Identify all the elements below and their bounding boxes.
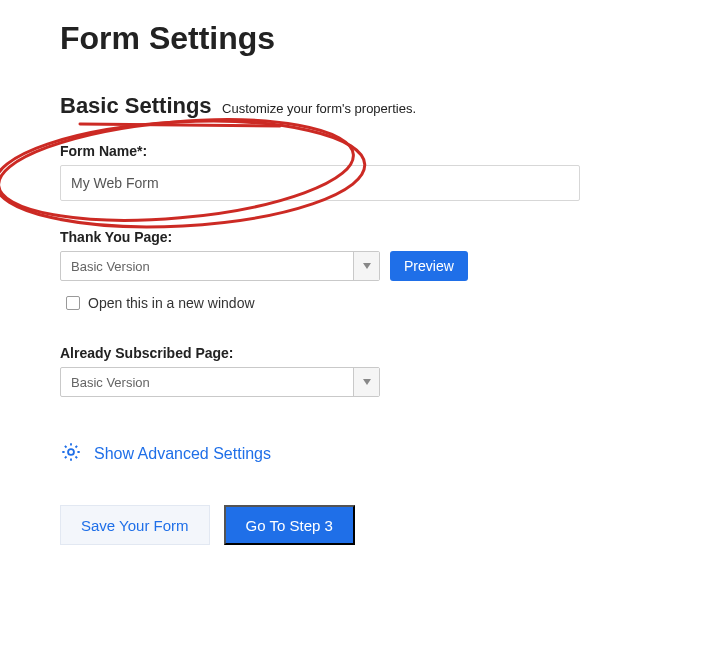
form-name-label: Form Name*: [60, 143, 657, 159]
basic-settings-header: Basic Settings Customize your form's pro… [60, 93, 657, 119]
action-row: Save Your Form Go To Step 3 [60, 505, 657, 545]
already-subscribed-select[interactable]: Basic Version [60, 367, 380, 397]
already-subscribed-field: Already Subscribed Page: Basic Version [60, 345, 657, 397]
go-to-step-3-button[interactable]: Go To Step 3 [224, 505, 355, 545]
new-window-label: Open this in a new window [88, 295, 255, 311]
already-subscribed-select-value: Basic Version [61, 368, 353, 396]
form-name-field: Form Name*: [60, 143, 657, 201]
basic-settings-heading: Basic Settings [60, 93, 212, 118]
thank-you-select[interactable]: Basic Version [60, 251, 380, 281]
preview-button[interactable]: Preview [390, 251, 468, 281]
thank-you-select-caret[interactable] [353, 252, 379, 280]
already-subscribed-label: Already Subscribed Page: [60, 345, 657, 361]
form-name-input[interactable] [60, 165, 580, 201]
thank-you-select-value: Basic Version [61, 252, 353, 280]
thank-you-field: Thank You Page: Basic Version Preview Op… [60, 229, 657, 311]
thank-you-label: Thank You Page: [60, 229, 657, 245]
caret-down-icon [363, 379, 371, 385]
page-title: Form Settings [60, 20, 657, 57]
caret-down-icon [363, 263, 371, 269]
basic-settings-subtitle: Customize your form's properties. [222, 101, 416, 116]
advanced-settings-label: Show Advanced Settings [94, 445, 271, 463]
new-window-checkbox[interactable] [66, 296, 80, 310]
advanced-settings-toggle[interactable]: Show Advanced Settings [60, 441, 657, 467]
svg-point-2 [68, 449, 74, 455]
already-subscribed-select-caret[interactable] [353, 368, 379, 396]
gear-icon [60, 441, 82, 467]
save-form-button[interactable]: Save Your Form [60, 505, 210, 545]
new-window-row[interactable]: Open this in a new window [66, 295, 657, 311]
